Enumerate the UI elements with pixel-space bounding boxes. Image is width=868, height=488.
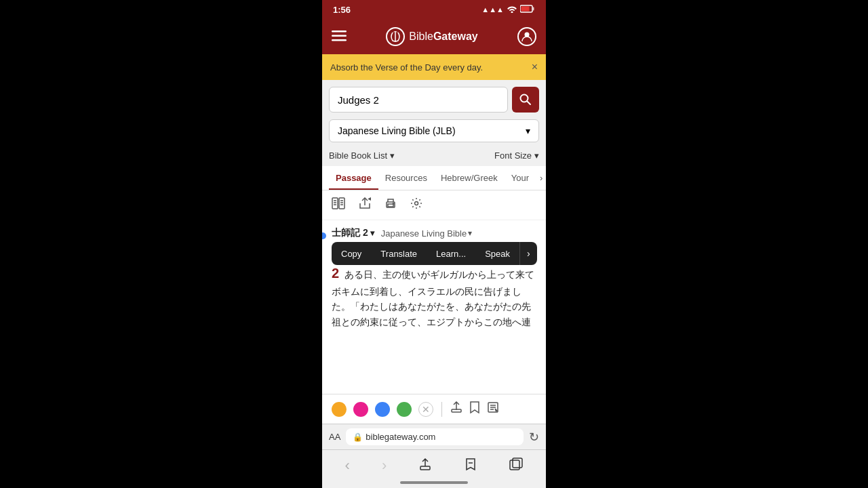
share-highlight-icon[interactable] [450, 401, 462, 417]
passage-translation[interactable]: Japanese Living Bible ▾ [381, 228, 472, 239]
url-text: biblegateway.com [366, 432, 435, 442]
passage-tabs: Passage Resources Hebrew/Greek Your › [322, 166, 546, 190]
context-translate[interactable]: Translate [371, 243, 427, 265]
svg-rect-20 [388, 204, 393, 207]
back-button[interactable]: ‹ [345, 457, 350, 474]
tab-your[interactable]: Your [505, 166, 536, 190]
bible-book-chevron: ▾ [390, 150, 395, 161]
aa-button[interactable]: AA [329, 432, 340, 442]
tabs-button[interactable] [509, 458, 523, 474]
status-icons: ▲▲▲ [481, 5, 535, 15]
bible-book-button[interactable]: Bible Book List ▾ [329, 150, 395, 161]
context-menu: Copy Translate Learn... Speak › [332, 242, 537, 265]
svg-line-9 [528, 102, 531, 105]
svg-rect-4 [332, 35, 347, 37]
logo-text: BibleGateway [409, 30, 477, 43]
home-bar [400, 481, 468, 484]
color-blue[interactable] [375, 402, 390, 417]
svg-rect-30 [510, 460, 519, 470]
selection-handle [322, 232, 326, 239]
bookmark-icon[interactable] [469, 401, 480, 417]
toolbar-row: Bible Book List ▾ Font Size ▾ [322, 148, 546, 166]
svg-rect-23 [452, 409, 461, 412]
signal-icon: ▲▲▲ [481, 5, 504, 14]
home-indicator [322, 479, 546, 488]
app-logo: BibleGateway [386, 27, 477, 46]
font-size-button[interactable]: Font Size ▾ [494, 150, 539, 161]
color-clear[interactable]: ✕ [418, 402, 433, 417]
color-green[interactable] [397, 402, 412, 417]
content-area: 士師記 2 ▾ Japanese Living Bible ▾ Copy Tra… [322, 220, 546, 394]
svg-rect-1 [533, 7, 534, 11]
svg-point-21 [393, 203, 394, 205]
svg-rect-31 [513, 458, 522, 468]
banner-close-button[interactable]: × [532, 61, 538, 73]
url-field[interactable]: 🔒 biblegateway.com [346, 428, 524, 445]
context-speak[interactable]: Speak [475, 243, 519, 265]
note-icon[interactable] [487, 401, 499, 417]
bookmarks-button[interactable] [464, 458, 477, 474]
passage-verse-text: 2 ある日、主の使いがギルガルから上って来てボキムに到着し、イスラエルの民に告げ… [332, 262, 536, 329]
print-icon[interactable] [384, 197, 397, 213]
svg-rect-2 [521, 7, 530, 12]
reload-button[interactable]: ↻ [529, 430, 539, 445]
color-orange[interactable] [332, 402, 347, 417]
action-icons-row [322, 190, 546, 220]
color-pink[interactable] [353, 402, 368, 417]
banner-text: Absorb the Verse of the Day every day. [330, 62, 483, 73]
context-learn[interactable]: Learn... [427, 243, 475, 265]
highlight-toolbar: ✕ [322, 394, 546, 424]
forward-button[interactable]: › [382, 457, 387, 474]
svg-rect-5 [332, 39, 347, 41]
status-bar: 1:56 ▲▲▲ [322, 0, 546, 19]
context-more[interactable]: › [519, 242, 537, 265]
top-nav: BibleGateway [322, 19, 546, 54]
passage-translation-chevron: ▾ [468, 228, 472, 238]
translation-value: Japanese Living Bible (JLB) [338, 125, 456, 136]
svg-rect-28 [420, 466, 430, 470]
font-size-label: Font Size [494, 150, 532, 161]
search-area [322, 80, 546, 117]
tab-resources[interactable]: Resources [378, 166, 434, 190]
hamburger-menu[interactable] [332, 29, 347, 45]
settings-icon[interactable] [410, 197, 422, 213]
passage-ref-chevron: ▾ [370, 228, 374, 238]
translation-chevron: ▾ [526, 125, 530, 136]
toolbar-divider [441, 402, 442, 417]
bible-book-label: Bible Book List [329, 150, 387, 161]
passage-ref-text: 士師記 2 [332, 227, 368, 239]
translation-select[interactable]: Japanese Living Bible (JLB) ▾ [329, 119, 539, 142]
tab-passage[interactable]: Passage [329, 166, 378, 190]
promo-banner: Absorb the Verse of the Day every day. × [322, 54, 546, 80]
tab-more-button[interactable]: › [536, 166, 546, 190]
tab-hebrew-greek[interactable]: Hebrew/Greek [434, 166, 505, 190]
svg-point-22 [415, 202, 418, 205]
font-size-chevron: ▾ [534, 150, 539, 161]
verse-body: ある日、主の使いがギルガルから上って来てボキムに到着し、イスラエルの民に告げまし… [332, 269, 534, 327]
svg-rect-11 [339, 198, 344, 209]
user-avatar[interactable] [517, 27, 536, 46]
passage-reference[interactable]: 士師記 2 ▾ [332, 227, 374, 239]
reader-view-icon[interactable] [332, 197, 345, 213]
search-button[interactable] [512, 87, 539, 113]
share-page-button[interactable] [418, 458, 432, 474]
passage-translation-text: Japanese Living Bible [381, 228, 467, 239]
share-icon[interactable] [359, 197, 371, 213]
verse-number: 2 [332, 266, 339, 281]
svg-rect-10 [332, 198, 338, 209]
search-input[interactable] [329, 87, 508, 113]
passage-header: 士師記 2 ▾ Japanese Living Bible ▾ Copy Tra… [332, 227, 536, 239]
time: 1:56 [333, 5, 351, 15]
safari-bottom-nav: ‹ › [322, 449, 546, 479]
svg-rect-3 [332, 30, 347, 33]
translation-row: Japanese Living Bible (JLB) ▾ [322, 117, 546, 148]
lock-icon: 🔒 [353, 432, 363, 442]
context-copy[interactable]: Copy [332, 243, 371, 265]
safari-url-bar: AA 🔒 biblegateway.com ↻ [322, 424, 546, 449]
battery-icon [520, 5, 535, 14]
wifi-icon [507, 5, 517, 15]
